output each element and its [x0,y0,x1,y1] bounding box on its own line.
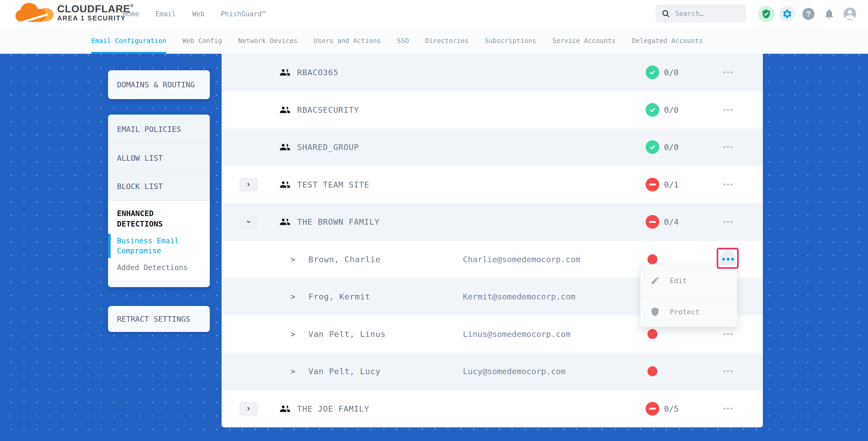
secondary-nav: Email ConfigurationWeb ConfigNetwork Dev… [0,28,868,54]
expand-group-button[interactable] [240,178,258,192]
menu-item-protect[interactable]: Protect [640,296,737,327]
sidebar-item-domains-routing[interactable]: DOMAINS & ROUTING [108,70,210,99]
row-actions-button[interactable] [718,54,737,91]
cloudflare-logo[interactable]: CLOUDFLARE® AREA 1 SECURITY [15,2,133,24]
row-actions-button[interactable] [718,166,737,203]
tab-web-config[interactable]: Web Config [183,28,222,54]
table-row-the-brown-family: THE BROWN FAMILY0/4 [222,203,763,241]
sidebar-policies-card: EMAIL POLICIESALLOW LISTBLOCK LIST ENHAN… [108,115,210,287]
search-box[interactable] [656,4,746,23]
policy-list: EMAIL POLICIESALLOW LISTBLOCK LIST [108,115,210,201]
status-blocked-badge [646,178,659,191]
sidebar-item-added-detections[interactable]: Added Detections [108,263,210,273]
member-chevron-icon: > [290,367,295,376]
group-icon [280,67,290,78]
member-email: Kermit@somedemocorp.com [463,292,575,301]
row-actions-button[interactable] [718,91,737,129]
enhanced-detections-title: ENHANCED DETECTIONS [108,208,210,229]
menu-item-label: Protect [670,308,700,316]
protected-count: 0/4 [664,217,679,226]
member-name: Van Pelt, Lucy [308,367,380,376]
sidebar-label: EMAIL POLICIES [108,125,181,134]
collapse-group-button[interactable] [240,215,258,229]
domains-routing-label: DOMAINS & ROUTING [108,70,210,99]
group-icon [280,104,290,115]
status-ok-badge [646,103,659,117]
protected-count: 0/0 [664,68,679,77]
minus-icon [649,184,656,185]
tab-directories[interactable]: Directories [425,28,469,54]
group-name: RBACO365 [297,68,338,77]
group-name: SHARED_GROUP [297,143,359,152]
top-nav-item-home[interactable]: Home [123,10,139,18]
group-name: THE BROWN FAMILY [297,217,380,226]
top-nav-item-email[interactable]: Email [156,10,176,18]
search-input[interactable] [675,9,739,18]
tab-subscriptions[interactable]: Subscriptions [485,28,536,54]
chevron-down-icon [246,219,251,225]
protected-count: 0/5 [664,404,679,413]
menu-item-edit[interactable]: Edit [640,265,737,296]
top-nav-item-phishguard-[interactable]: PhishGuard™ [221,10,266,18]
member-name: Van Pelt, Linus [308,329,386,339]
expand-group-button[interactable] [240,402,258,416]
tab-delegated-accounts[interactable]: Delegated Accounts [632,28,703,54]
notifications-button[interactable] [824,0,835,28]
protected-count: 0/0 [664,105,679,115]
group-icon [280,141,290,153]
brand-subtitle: AREA 1 SECURITY [57,14,133,22]
tab-service-accounts[interactable]: Service Accounts [553,28,616,54]
member-name: Brown, Charlie [308,255,380,264]
account-button[interactable] [844,0,856,28]
security-status-button[interactable] [758,0,774,28]
directory-table: RBACO3650/0RBACSECURITY0/0SHARED_GROUP0/… [222,54,763,428]
status-ok-badge [646,140,659,154]
sidebar-label: ALLOW LIST [108,154,163,163]
row-actions-menu: EditProtect [640,265,737,327]
tab-users-and-actions[interactable]: Users and Actions [314,28,381,54]
sidebar-label: BLOCK LIST [108,182,163,191]
app-root: CLOUDFLARE® AREA 1 SECURITY HomeEmailWeb… [0,0,868,441]
tab-sso[interactable]: SSO [397,28,409,54]
help-icon: ? [806,9,811,18]
sidebar-item-business-email-compromise[interactable]: Business Email Compromise [108,236,210,256]
minus-icon [649,221,656,223]
search-icon [661,9,670,18]
sidebar-item-email-policies[interactable]: EMAIL POLICIES [108,115,210,144]
member-email: Charlie@somedemocorp.com [463,255,580,264]
settings-button[interactable] [779,0,795,28]
status-alert-dot [647,366,657,376]
check-icon [649,69,656,76]
tab-email-configuration[interactable]: Email Configuration [91,28,166,54]
status-alert-dot [647,254,657,264]
cloudflare-cloud-icon [15,2,55,24]
row-actions-button[interactable] [718,203,737,241]
chevron-right-icon [246,406,251,412]
status-blocked-badge [646,402,659,416]
top-nav-item-web[interactable]: Web [192,10,205,18]
protected-count: 0/1 [664,180,679,189]
row-actions-button[interactable] [718,390,737,428]
member-chevron-icon: > [290,292,295,301]
retract-settings-label: RETRACT SETTINGS [108,306,210,332]
gear-icon [782,9,793,19]
member-chevron-icon: > [290,329,295,339]
group-icon [280,216,290,227]
sidebar-item-allow-list[interactable]: ALLOW LIST [108,144,210,172]
row-actions-button[interactable] [718,353,737,390]
group-icon [280,179,290,190]
sidebar-item-block-list[interactable]: BLOCK LIST [108,172,210,201]
minus-icon [649,408,656,410]
sidebar-item-label: Added Detections [117,263,188,272]
sidebar-item-label: Business Email Compromise [117,237,179,255]
protected-count: 0/0 [664,143,679,152]
help-button[interactable]: ? [802,0,814,28]
brand-text: CLOUDFLARE® AREA 1 SECURITY [57,4,133,22]
pencil-icon [650,276,660,285]
member-name: Frog, Kermit [308,292,370,301]
tab-network-devices[interactable]: Network Devices [238,28,298,54]
row-actions-button[interactable] [718,128,737,166]
sidebar-item-retract-settings[interactable]: RETRACT SETTINGS [108,306,210,332]
status-blocked-badge [646,215,659,229]
status-ok-badge [646,66,659,79]
